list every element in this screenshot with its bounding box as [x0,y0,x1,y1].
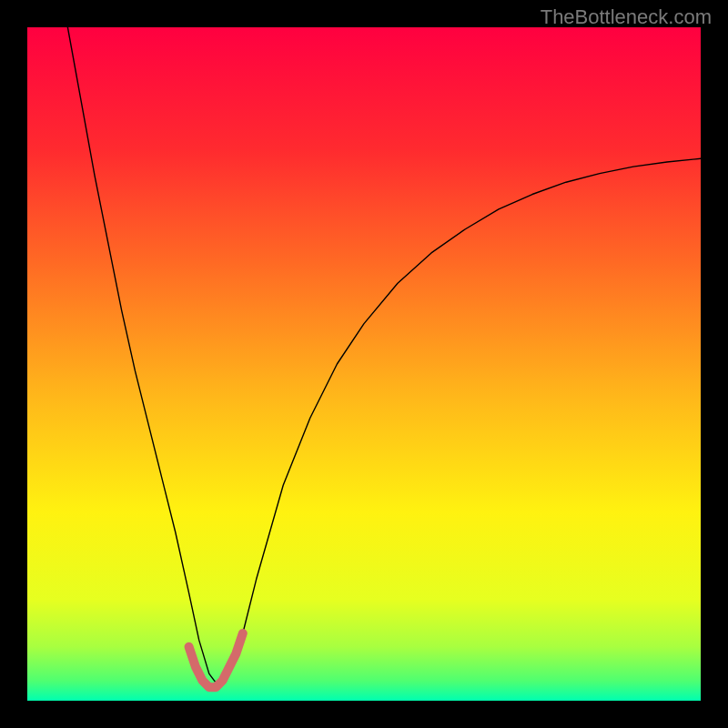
chart-plot-area [27,27,701,701]
chart-svg [27,27,701,701]
chart-background [27,27,701,701]
watermark-text: TheBottleneck.com [541,5,712,29]
